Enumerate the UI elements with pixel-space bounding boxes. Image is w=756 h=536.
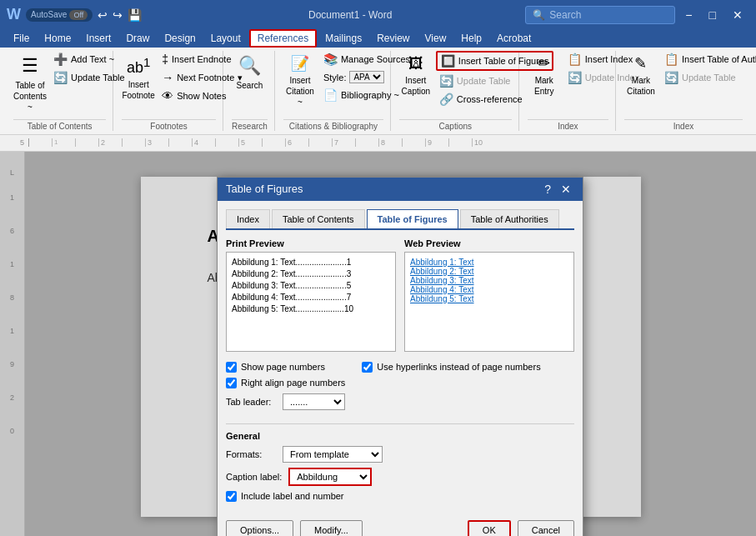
update-index-icon: 🔄 bbox=[568, 71, 582, 84]
menu-item-design[interactable]: Design bbox=[158, 31, 202, 46]
autosave-toggle[interactable]: AutoSave Off bbox=[26, 8, 93, 22]
tab-table-of-contents[interactable]: Table of Contents bbox=[272, 209, 365, 228]
caption-label-select[interactable]: Abbildung Figure Table bbox=[288, 468, 372, 486]
tab-table-of-figures[interactable]: Table of Figures bbox=[367, 209, 458, 228]
table-of-contents-button[interactable]: ☰ Table ofContents ~ bbox=[13, 51, 47, 116]
ribbon-group-footnotes-items: ab1 InsertFootnote ‡ Insert Endnote → Ne… bbox=[122, 51, 216, 116]
print-options: Show page numbers Right align page numbe… bbox=[226, 357, 345, 415]
general-title: General bbox=[226, 431, 574, 441]
update-toa-icon: 🔄 bbox=[664, 71, 678, 84]
table-of-figures-dialog: Table of Figures ? ✕ Index Table of Cont… bbox=[217, 177, 583, 536]
research-group-label: Research bbox=[232, 119, 268, 131]
citations-group-label: Citations & Bibliography bbox=[283, 119, 383, 131]
ribbon-group-mark-citation-items: ✎ MarkCitation 📋 Insert Table of Authori… bbox=[624, 51, 743, 116]
insert-caption-button[interactable]: 🖼 InsertCaption bbox=[399, 51, 433, 100]
title-bar-left: W AutoSave Off ↩ ↪ 💾 bbox=[7, 6, 175, 23]
include-label-checkbox[interactable] bbox=[226, 491, 237, 502]
general-section: General Formats: From template Classic D… bbox=[226, 423, 574, 502]
web-preview-link-1: Abbildung 1: Text bbox=[410, 258, 568, 267]
update-captions-icon: 🔄 bbox=[439, 74, 453, 88]
mark-entry-icon: ✏ bbox=[538, 54, 550, 73]
menu-item-references[interactable]: References bbox=[249, 29, 317, 48]
search-button[interactable]: 🔍 Search bbox=[232, 51, 268, 94]
dialog-help-button[interactable]: ? bbox=[541, 183, 554, 196]
insert-toa-button[interactable]: 📋 Insert Table of Authorities bbox=[661, 51, 756, 68]
title-bar-right: 🔍 − □ ✕ bbox=[525, 6, 749, 24]
show-page-numbers-checkbox[interactable] bbox=[226, 362, 237, 373]
menu-item-home[interactable]: Home bbox=[38, 31, 78, 46]
save-icon[interactable]: 💾 bbox=[128, 8, 142, 22]
print-preview-line-1: Abbildung 1: Text......................1 bbox=[232, 258, 390, 267]
search-box[interactable]: 🔍 bbox=[525, 6, 675, 24]
tab-table-of-authorities[interactable]: Table of Authorities bbox=[460, 209, 559, 228]
cancel-button[interactable]: Cancel bbox=[518, 520, 574, 536]
menu-item-insert[interactable]: Insert bbox=[79, 31, 118, 46]
caption-label-row: Caption label: Abbildung Figure Table bbox=[226, 468, 574, 486]
options-row: Show page numbers Right align page numbe… bbox=[226, 357, 574, 415]
dialog-title-buttons: ? ✕ bbox=[541, 183, 574, 196]
print-preview-section: Print Preview Abbildung 1: Text.........… bbox=[226, 238, 396, 352]
right-align-row: Right align page numbers bbox=[226, 378, 345, 388]
footnote-icon: ab1 bbox=[127, 54, 150, 78]
ribbon-group-captions-items: 🖼 InsertCaption 🔲 Insert Table of Figure… bbox=[399, 51, 512, 116]
update-toa-button[interactable]: 🔄 Update Table bbox=[661, 69, 756, 86]
use-hyperlinks-row: Use hyperlinks instead of page numbers bbox=[362, 362, 540, 373]
show-page-numbers-row: Show page numbers bbox=[226, 362, 345, 373]
web-preview-link-4: Abbildung 4: Text bbox=[410, 285, 568, 294]
toc-icon: ☰ bbox=[22, 54, 38, 78]
word-logo-icon: W bbox=[7, 6, 21, 23]
doc-title: Document1 - Word bbox=[182, 9, 518, 21]
autosave-state[interactable]: Off bbox=[69, 10, 88, 20]
next-footnote-icon: → bbox=[162, 71, 173, 84]
caption-icon: 🖼 bbox=[408, 54, 423, 73]
options-button[interactable]: Options... bbox=[226, 520, 293, 536]
mark-citation-button[interactable]: ✎ MarkCitation bbox=[624, 51, 658, 100]
cross-ref-icon: 🔗 bbox=[439, 93, 453, 106]
menu-item-draw[interactable]: Draw bbox=[119, 31, 156, 46]
modify-button[interactable]: Modify... bbox=[300, 520, 363, 536]
menu-item-mailings[interactable]: Mailings bbox=[318, 31, 368, 46]
include-label-row: Include label and number bbox=[226, 491, 574, 502]
content-area: L 1 6 1 8 1 9 2 0 Abbildungsverzeichnis … bbox=[0, 152, 756, 536]
tab-leader-select[interactable]: ....... ------ (none) bbox=[283, 393, 345, 410]
ribbon-group-captions: 🖼 InsertCaption 🔲 Insert Table of Figure… bbox=[393, 51, 519, 131]
menu-item-acrobat[interactable]: Acrobat bbox=[490, 31, 538, 46]
menu-item-file[interactable]: File bbox=[7, 31, 36, 46]
dialog-body: Index Table of Contents Table of Figures… bbox=[218, 201, 583, 515]
right-align-label: Right align page numbers bbox=[241, 378, 345, 388]
menu-item-view[interactable]: View bbox=[418, 31, 453, 46]
captions-group-label: Captions bbox=[399, 119, 512, 131]
menu-item-layout[interactable]: Layout bbox=[204, 31, 248, 46]
maximize-button[interactable]: □ bbox=[703, 8, 723, 22]
ribbon-group-toc-items: ☰ Table ofContents ~ ➕ Add Text ~ 🔄 Upda… bbox=[13, 51, 106, 116]
tab-index[interactable]: Index bbox=[226, 209, 270, 228]
formats-select[interactable]: From template Classic Distinctive bbox=[283, 446, 383, 463]
redo-icon[interactable]: ↪ bbox=[113, 8, 123, 22]
left-buttons: Options... Modify... bbox=[226, 520, 363, 536]
mark-entry-button[interactable]: ✏ MarkEntry bbox=[528, 51, 561, 100]
add-text-icon: ➕ bbox=[53, 53, 68, 66]
dialog-close-button[interactable]: ✕ bbox=[558, 183, 574, 196]
web-preview-link-5: Abbildung 5: Text bbox=[410, 294, 568, 303]
insert-footnote-button[interactable]: ab1 InsertFootnote bbox=[122, 51, 155, 104]
table-figures-icon: 🔲 bbox=[441, 54, 455, 68]
print-preview-box: Abbildung 1: Text......................1… bbox=[226, 252, 396, 352]
manage-sources-icon: 📚 bbox=[323, 53, 338, 66]
menu-bar: File Home Insert Draw Design Layout Refe… bbox=[0, 29, 756, 48]
dialog-options-row: Options... Modify... OK Cancel bbox=[218, 515, 583, 536]
minimize-button[interactable]: − bbox=[678, 8, 698, 22]
style-select[interactable]: APA bbox=[349, 71, 384, 83]
search-input[interactable] bbox=[549, 9, 666, 21]
formats-label: Formats: bbox=[226, 449, 276, 459]
ok-button[interactable]: OK bbox=[468, 520, 511, 536]
show-page-numbers-label: Show page numbers bbox=[241, 362, 325, 372]
menu-item-help[interactable]: Help bbox=[454, 31, 488, 46]
ruler: 5 1 2 3 4 5 6 7 8 9 10 bbox=[0, 135, 756, 152]
right-align-checkbox[interactable] bbox=[226, 378, 237, 388]
close-button[interactable]: ✕ bbox=[726, 8, 749, 22]
undo-icon[interactable]: ↩ bbox=[98, 8, 108, 22]
toa-icon: 📋 bbox=[664, 53, 678, 66]
menu-item-review[interactable]: Review bbox=[370, 31, 416, 46]
use-hyperlinks-checkbox[interactable] bbox=[362, 362, 373, 373]
insert-citation-button[interactable]: 📝 InsertCitation ~ bbox=[283, 51, 317, 111]
